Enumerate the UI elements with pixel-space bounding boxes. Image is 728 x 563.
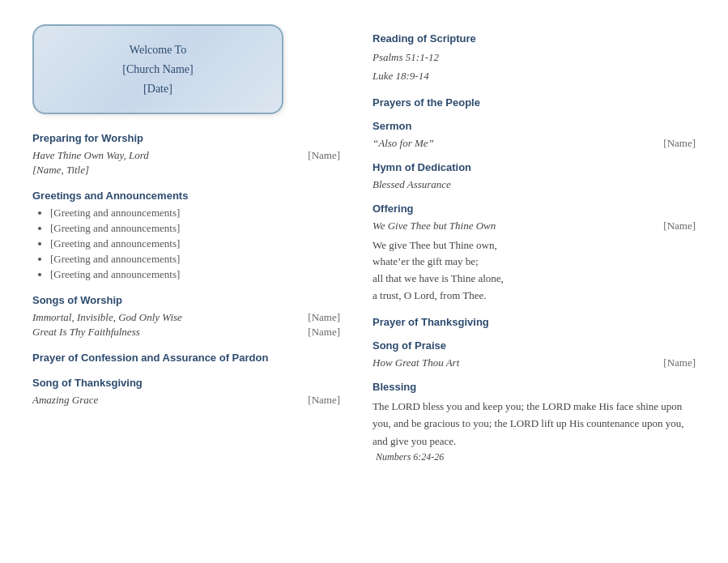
section-header-song-thanksgiving: Song of Thanksgiving [32, 377, 340, 389]
section-header-prayer-confession: Prayer of Confession and Assurance of Pa… [32, 352, 340, 364]
section-header-song-praise: Song of Praise [373, 339, 696, 352]
song-thanksgiving-name: Amazing Grace [32, 394, 98, 407]
songs-entry-2: Great Is Thy Faithfulness [Name] [32, 326, 340, 339]
scripture-ref-2: Luke 18:9-14 [373, 68, 696, 85]
section-header-songs: Songs of Worship [32, 294, 340, 306]
right-column: Reading of Scripture Psalms 51:1-12 Luke… [373, 24, 696, 463]
welcome-line2: [Church Name] [122, 63, 193, 75]
offering-line4: a trust, O Lord, from Thee. [373, 289, 487, 301]
preparing-subtitle: [Name, Title] [32, 164, 340, 177]
hymn-dedication-text: Blessed Assurance [373, 178, 696, 191]
list-item: [Greeting and announcements] [50, 222, 340, 235]
offering-line2: whate’er the gift may be; [373, 255, 479, 267]
left-column: Welcome To [Church Name] [Date] Preparin… [32, 24, 340, 463]
songs-entry-1: Immortal, Invisible, God Only Wise [Name… [32, 311, 340, 324]
welcome-line3: [Date] [143, 83, 172, 95]
offering-song-name: We Give Thee but Thine Own [373, 220, 496, 232]
offering-body: We give Thee but Thine own, whate’er the… [373, 237, 696, 305]
section-header-offering: Offering [373, 203, 696, 215]
blessing-body: The LORD bless you and keep you; the LOR… [373, 398, 696, 450]
scripture-ref-1: Psalms 51:1-12 [373, 49, 696, 66]
preparing-name: [Name] [308, 149, 340, 162]
section-header-prayer-thanksgiving: Prayer of Thanksgiving [373, 316, 696, 328]
section-header-greetings: Greetings and Announcements [32, 190, 340, 202]
offering-song-entry: We Give Thee but Thine Own [Name] [373, 220, 696, 232]
section-header-reading: Reading of Scripture [373, 32, 696, 45]
song-praise-name-ph: [Name] [663, 356, 696, 369]
sermon-name-ph: [Name] [663, 137, 696, 150]
song-praise-entry: How Great Thou Art [Name] [373, 356, 696, 369]
offering-name-ph: [Name] [663, 220, 696, 232]
welcome-line1: Welcome To [130, 44, 186, 56]
song-thanksgiving-entry: Amazing Grace [Name] [32, 394, 340, 407]
song-thanksgiving-name-ph: [Name] [308, 394, 340, 407]
preparing-song-entry: Have Thine Own Way, Lord [Name] [32, 149, 340, 162]
song1-name: Immortal, Invisible, God Only Wise [32, 311, 182, 324]
welcome-box: Welcome To [Church Name] [Date] [32, 24, 283, 114]
sermon-song-name: “Also for Me” [373, 137, 434, 150]
offering-line3: all that we have is Thine alone, [373, 272, 504, 284]
song2-name-ph: [Name] [308, 326, 340, 339]
offering-line1: We give Thee but Thine own, [373, 239, 497, 251]
preparing-song-name: Have Thine Own Way, Lord [32, 149, 149, 162]
list-item: [Greeting and announcements] [50, 253, 340, 266]
section-header-hymn-dedication: Hymn of Dedication [373, 161, 696, 173]
blessing-ref: Numbers 6:24-26 [373, 451, 696, 463]
section-header-blessing: Blessing [373, 381, 696, 393]
greetings-list: [Greeting and announcements] [Greeting a… [32, 207, 340, 281]
page-layout: Welcome To [Church Name] [Date] Preparin… [32, 24, 696, 463]
list-item: [Greeting and announcements] [50, 207, 340, 220]
list-item: [Greeting and announcements] [50, 268, 340, 281]
list-item: [Greeting and announcements] [50, 237, 340, 250]
song1-name-ph: [Name] [308, 311, 340, 324]
section-header-prayers: Prayers of the People [373, 96, 696, 109]
section-header-sermon: Sermon [373, 120, 696, 132]
section-header-preparing: Preparing for Worship [32, 132, 340, 144]
welcome-text: Welcome To [Church Name] [Date] [58, 41, 258, 98]
sermon-entry: “Also for Me” [Name] [373, 137, 696, 150]
song2-name: Great Is Thy Faithfulness [32, 326, 140, 339]
song-praise-name: How Great Thou Art [373, 356, 459, 369]
